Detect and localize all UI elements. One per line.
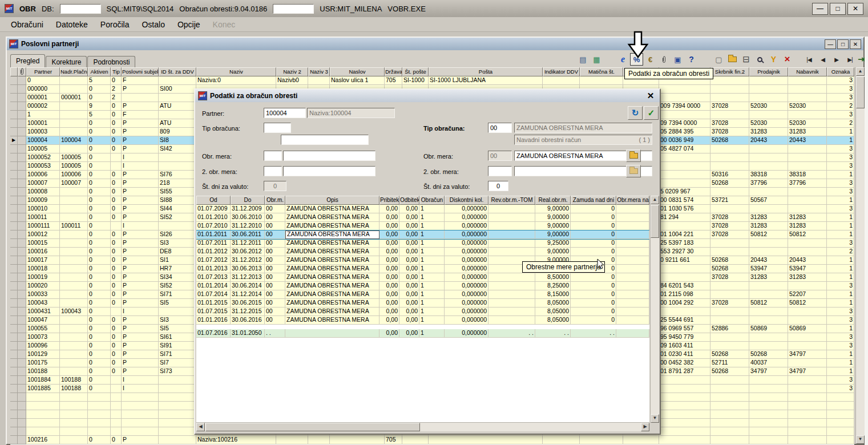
refresh-icon[interactable]: ↻ <box>628 106 643 120</box>
column-header[interactable]: Tip <box>111 67 122 76</box>
column-header[interactable]: Nadr.Plačnik <box>60 67 88 76</box>
scroll-left-button[interactable]: ◀ <box>196 423 205 431</box>
tip-name-field-left[interactable] <box>281 135 369 145</box>
column-header[interactable]: Nabavnik <box>788 67 827 76</box>
column-header[interactable]: Real.obr.m. <box>535 196 571 205</box>
scroll-thumb[interactable] <box>205 423 420 431</box>
monitor-icon[interactable]: ▣ <box>671 53 684 66</box>
dialog-horizontal-scrollbar[interactable]: ◀ ▶ <box>196 423 649 431</box>
rate-row[interactable]: 01.01.201230.06.201200ZAMUDNA OBRESTNA M… <box>196 248 649 256</box>
obr-mera-lookup-button[interactable] <box>626 149 641 162</box>
column-header[interactable]: Zamuda nad dni <box>571 196 616 205</box>
obr-code-field-right[interactable]: 00 <box>488 151 512 161</box>
tip-code-field-right[interactable]: 00 <box>488 123 512 133</box>
column-header[interactable]: Naziv <box>196 67 276 76</box>
attachment-icon[interactable] <box>657 53 671 66</box>
scroll-up-button[interactable]: ▲ <box>651 196 659 204</box>
rate-row[interactable]: 01.07.201531.12.201500ZAMUDNA OBRESTNA M… <box>196 308 649 316</box>
dialog-titlebar[interactable]: MIT Podatki za obračun obresti ✕ <box>195 90 660 102</box>
rate-row[interactable]: 01.07.200931.12.200900ZAMUDNA OBRESTNA M… <box>196 205 649 213</box>
obr-code-field-left[interactable] <box>264 151 282 161</box>
column-header[interactable] <box>18 67 26 76</box>
child-minimize-button[interactable]: — <box>825 39 836 49</box>
column-header[interactable]: Indikator DDV <box>543 67 580 76</box>
maximize-button[interactable]: □ <box>830 3 846 15</box>
column-header[interactable]: Oznaka <box>827 67 854 76</box>
scroll-down-button[interactable]: ▼ <box>651 414 659 423</box>
column-header[interactable]: Rev.obr.m.-TOM <box>488 196 535 205</box>
column-header[interactable]: Obračun <box>419 196 445 205</box>
column-header[interactable]: Skrbnik fin.2 <box>710 67 749 76</box>
rate-row[interactable]: 01.01.201430.06.201400ZAMUDNA OBRESTNA M… <box>196 282 649 290</box>
rate-row[interactable]: 01.01.201030.06.201000ZAMUDNA OBRESTNA M… <box>196 213 649 222</box>
filter-icon[interactable]: Y <box>767 53 780 66</box>
partner-row[interactable]: 10021600PNaziva:100216705 <box>10 436 854 444</box>
aux-input[interactable] <box>273 4 314 14</box>
column-header[interactable]: ID št. za DDV <box>159 67 196 76</box>
help-icon[interactable]: ? <box>685 53 698 66</box>
scroll-up-button[interactable]: ▲ <box>856 67 865 76</box>
column-header[interactable]: Obr.mera na <box>616 196 649 205</box>
dialog-vertical-scrollbar[interactable]: ▲ ▼ <box>650 196 659 423</box>
column-header[interactable]: Od <box>196 196 231 205</box>
search-icon[interactable] <box>753 53 766 66</box>
rate-row[interactable]: 01.07.201631.01.2050. .0,000,0010,000000… <box>196 329 649 338</box>
rate-row[interactable]: 01.07.201431.12.201400ZAMUDNA OBRESTNA M… <box>196 290 649 299</box>
menu-item[interactable]: Opcije <box>171 18 207 31</box>
child-titlebar[interactable]: MIT Poslovni partnerji —□✕ <box>7 38 863 50</box>
column-header[interactable]: Naslov <box>330 67 385 76</box>
scroll-thumb[interactable] <box>856 76 865 108</box>
tab-podrobnosti[interactable]: Podrobnosti <box>87 56 135 67</box>
column-header[interactable]: Matična št. <box>580 67 623 76</box>
main-vertical-scrollbar[interactable]: ▲ ▼ <box>855 67 865 444</box>
rate-row[interactable]: 01.01.201530.06.201500ZAMUDNA OBRESTNA M… <box>196 299 649 308</box>
dialog-close-icon[interactable]: ✕ <box>644 91 657 101</box>
obr2-mera-lookup-button[interactable] <box>626 165 641 177</box>
rate-row[interactable]: 01.07.201331.12.201300ZAMUDNA OBRESTNA M… <box>196 273 649 282</box>
column-header[interactable]: Do <box>231 196 265 205</box>
menu-item[interactable]: Ostalo <box>135 18 171 31</box>
close-button[interactable]: ✕ <box>847 3 863 15</box>
nav-next-icon[interactable]: ▶ <box>830 53 843 66</box>
column-header[interactable]: Pošta <box>429 67 543 76</box>
partners-icon[interactable]: ▦ <box>590 53 603 66</box>
report-icon[interactable]: ▤ <box>576 53 590 66</box>
column-header[interactable]: Obr.m. <box>265 196 285 205</box>
column-header[interactable] <box>10 67 18 76</box>
obr-name-field-left[interactable] <box>283 151 376 161</box>
open-folder-icon[interactable] <box>726 53 739 66</box>
print-icon[interactable]: ⊟ <box>740 53 753 66</box>
column-header[interactable]: Država <box>385 67 402 76</box>
column-header[interactable]: Pribitek <box>380 196 399 205</box>
column-header[interactable]: Poslovni subjekt <box>122 67 159 76</box>
obr2-name-field-left[interactable] <box>283 166 376 176</box>
scroll-thumb[interactable] <box>651 205 659 238</box>
tab-korekture[interactable]: Korekture <box>46 56 87 67</box>
column-header[interactable]: Naziv 2 <box>276 67 308 76</box>
rate-row[interactable]: 01.01.201130.06.201100ZAMUDNA OBRESTNA M… <box>196 230 649 239</box>
obr2-code-field-right[interactable] <box>488 166 512 176</box>
new-icon[interactable]: ▢ <box>712 53 725 66</box>
rate-row[interactable]: 01.07.201131.12.201100ZAMUDNA OBRESTNA M… <box>196 239 649 248</box>
child-restore-button[interactable]: □ <box>837 39 849 49</box>
nav-prev-icon[interactable]: ◀ <box>816 53 829 66</box>
scroll-down-button[interactable]: ▼ <box>856 435 865 444</box>
child-close-button[interactable]: ✕ <box>850 39 861 49</box>
confirm-icon[interactable]: ✓ <box>644 106 659 120</box>
menu-item[interactable]: Obračuni <box>5 18 50 31</box>
dni-field-left[interactable]: 0 <box>264 181 286 191</box>
column-header[interactable]: Aktiven <box>88 67 111 76</box>
column-header[interactable]: Diskontni kol. <box>445 196 488 205</box>
partner-field[interactable]: 100004 <box>264 108 306 118</box>
nav-first-icon[interactable]: |◀ <box>802 53 815 66</box>
column-header[interactable]: Št. pošte <box>402 67 429 76</box>
tip-code-field-left[interactable] <box>264 123 291 133</box>
column-header[interactable]: Prodajnik <box>749 67 788 76</box>
minimize-button[interactable]: — <box>812 3 828 15</box>
obr2-code-field-left[interactable] <box>264 166 282 176</box>
rate-row[interactable]: 01.01.201630.06.201600ZAMUDNA OBRESTNA M… <box>196 316 649 325</box>
partner-row[interactable]: 050FNaziva:0Nazivb0Naslov ulica 1705SI-1… <box>10 76 854 85</box>
scroll-right-button[interactable]: ▶ <box>641 423 649 431</box>
db-input[interactable] <box>60 4 101 14</box>
column-header[interactable]: Partner <box>26 67 60 76</box>
